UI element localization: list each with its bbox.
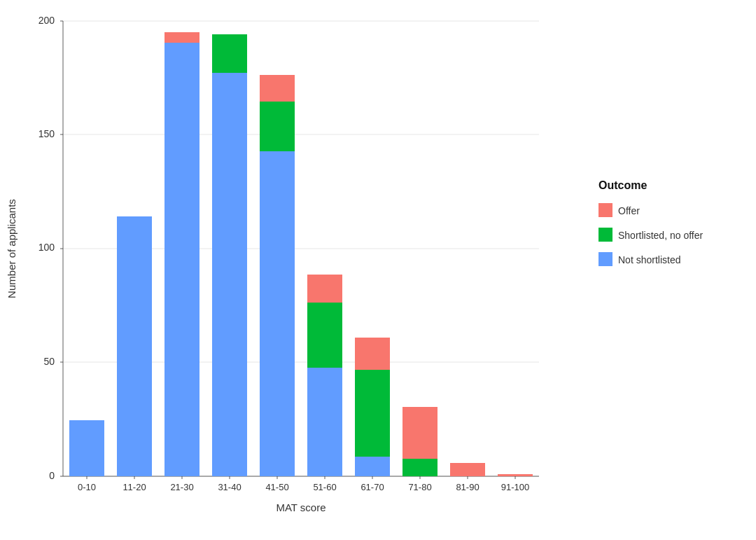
bar-61-70-shortlisted [355,370,390,457]
x-label-11-20: 11-20 [122,482,146,492]
x-label-61-70: 61-70 [360,482,384,492]
y-tick-100: 100 [38,242,55,253]
x-label-21-30: 21-30 [170,482,193,492]
y-tick-200: 200 [38,15,55,26]
y-tick-150: 150 [38,128,55,139]
bar-71-80-offer [402,407,438,459]
legend-offer-label: Offer [618,205,640,216]
chart-svg: 0 50 100 150 200 Number of applicants MA… [0,0,756,540]
bar-0-10-not-shortlisted [69,420,104,476]
bar-51-60-not-shortlisted [307,368,342,476]
bar-91-100-offer [498,474,533,476]
legend-title: Outcome [598,179,647,191]
legend-not-shortlisted-label: Not shortlisted [618,254,680,265]
legend-shortlisted-swatch [598,228,612,242]
x-label-31-40: 31-40 [218,482,241,492]
bar-61-70-offer [355,338,390,370]
x-label-91-100: 91-100 [501,482,529,492]
x-label-0-10: 0-10 [78,482,96,492]
y-tick-0: 0 [49,470,55,481]
x-label-71-80: 71-80 [408,482,431,492]
x-label-81-90: 81-90 [456,482,479,492]
chart-container: 0 50 100 150 200 Number of applicants MA… [0,0,756,540]
bar-61-70-not-shortlisted [355,457,390,476]
bar-11-20-not-shortlisted [117,216,152,476]
bar-21-30-offer [164,32,200,43]
bar-31-40-not-shortlisted [212,73,247,476]
bar-41-50-not-shortlisted [260,151,295,476]
y-axis-label: Number of applicants [6,199,18,298]
y-tick-50: 50 [43,356,55,367]
legend-offer-swatch [598,203,612,217]
bar-51-60-offer [307,275,342,303]
bar-51-60-shortlisted [307,303,342,368]
x-label-51-60: 51-60 [313,482,336,492]
x-axis-label: MAT score [276,501,326,513]
bar-71-80-shortlisted [402,459,438,476]
bar-41-50-shortlisted [260,102,295,151]
bar-41-50-offer [260,75,295,102]
legend-shortlisted-label: Shortlisted, no offer [618,230,703,241]
x-label-41-50: 41-50 [265,482,288,492]
bar-21-30-not-shortlisted [164,43,200,476]
legend-not-shortlisted-swatch [598,252,612,266]
bar-81-90-offer [450,463,485,476]
bar-31-40-shortlisted [212,34,247,73]
